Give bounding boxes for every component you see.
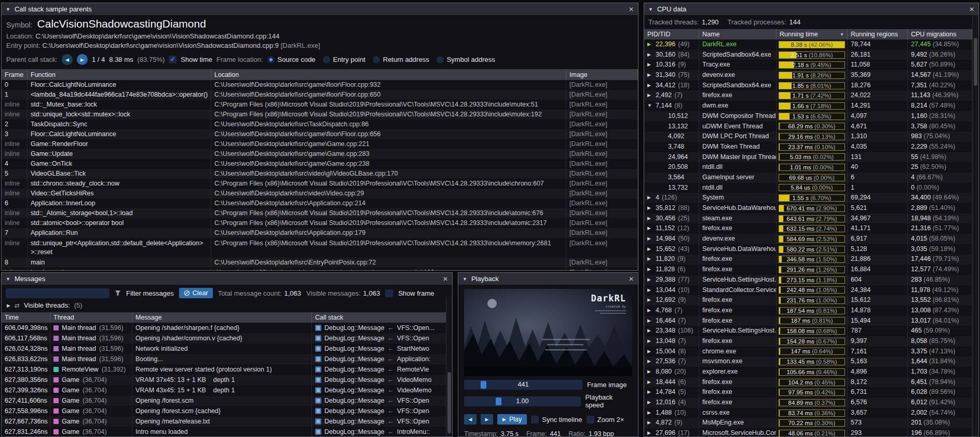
frame-location-option[interactable]: Symbol address bbox=[437, 56, 495, 63]
message-callstack[interactable]: DebugLog::Message ← StartNetwo bbox=[312, 343, 452, 354]
cpu-process-row[interactable]: 10,512 DWM Compositor Thread 1.53 s (6.6… bbox=[644, 111, 972, 122]
cpu-process-row[interactable]: 13,132 uDWM Event Thread 68.29 ms (0.30%… bbox=[644, 122, 972, 132]
cpu-process-row[interactable]: ▶ 4,872 (9) MsMpEng.exe 70.22 ms (0.30%)… bbox=[644, 418, 972, 428]
pid-cell[interactable]: 24,964 bbox=[644, 152, 699, 163]
message-row[interactable]: 606,049,398ns Main thread (31,596) Openi… bbox=[2, 323, 452, 333]
column-header-name[interactable]: Name bbox=[699, 29, 777, 39]
callstack-frame-row[interactable]: 0 Floor::CalcLightNoLuminance C:\Users\w… bbox=[2, 80, 638, 90]
message-callstack[interactable]: DebugLog::Message ← VideoMemo bbox=[312, 375, 452, 385]
close-icon[interactable]: ✕ bbox=[443, 275, 448, 283]
show-time-checkbox[interactable] bbox=[169, 56, 176, 63]
cpu-process-row[interactable]: ▶ 13,044 (10) StandardCollector.Service.… bbox=[644, 285, 972, 296]
expand-icon[interactable]: ▶ bbox=[647, 264, 653, 275]
callstack-frame-row[interactable]: 1 <lambda_84a19dc444fae966ca174e83e708bd… bbox=[2, 90, 638, 100]
pid-cell[interactable]: ▼ 7,144 (8) bbox=[644, 101, 699, 111]
expand-icon[interactable]: ▶ bbox=[647, 326, 653, 336]
column-header-running-time[interactable]: Running time ▼ bbox=[777, 29, 848, 39]
pid-cell[interactable]: ▶ 12,016 (4) bbox=[644, 398, 699, 408]
callstack-frame-row[interactable]: inline std::chrono::steady_clock::now C:… bbox=[2, 179, 638, 189]
show-frame-checkbox[interactable] bbox=[385, 289, 393, 297]
expand-icon[interactable]: ▶ bbox=[647, 428, 653, 436]
cpu-process-row[interactable]: ▶ 11,828 (6) firefox.exe 291.26 ms (1.26… bbox=[644, 264, 972, 275]
expand-icon[interactable]: ▶ bbox=[647, 223, 653, 234]
pid-cell[interactable]: ▶ 11,152 (12) bbox=[644, 223, 699, 234]
cpu-process-row[interactable]: ▶ 23,348 (106) ServiceHub.SettingsHost.e… bbox=[644, 326, 972, 336]
message-row[interactable]: 627,399,326ns Game (36,704) VRAM 43x45: … bbox=[2, 385, 452, 395]
expand-icon[interactable]: ▶ bbox=[647, 367, 653, 377]
cpu-scrollbar[interactable] bbox=[972, 15, 978, 436]
pid-cell[interactable]: ▶ 4,768 (7) bbox=[644, 306, 699, 316]
cpu-process-row[interactable]: ▶ 14,984 (50) devenv.exe 584.69 ms (2.53… bbox=[644, 234, 972, 244]
messages-titlebar[interactable]: ▼ Messages ✕ bbox=[2, 273, 452, 285]
cpu-process-row[interactable]: ▶ 34,412 (18) ScriptedSandbox64.exe 1.85… bbox=[644, 81, 972, 91]
pid-cell[interactable]: ▶ 29,388 (77) bbox=[644, 275, 699, 285]
message-callstack[interactable]: DebugLog::Message ← VFS::Open bbox=[312, 406, 452, 416]
pid-cell[interactable]: ▶ 14,784 (5) bbox=[644, 387, 699, 398]
play-button[interactable]: ▶ Play bbox=[497, 414, 527, 425]
cpu-titlebar[interactable]: ▼ CPU data ✕ bbox=[644, 3, 978, 15]
message-callstack[interactable]: DebugLog::Message ← IntroMenu:: bbox=[312, 427, 452, 436]
expand-icon[interactable]: ▶ bbox=[647, 295, 653, 306]
pid-cell[interactable]: ▶ 13,048 (7) bbox=[644, 336, 699, 347]
message-callstack[interactable]: DebugLog::Message ← VFS::Open... bbox=[312, 323, 452, 333]
callstack-frame-row[interactable]: inline Video::GetTicksHiRes C:\Users\wol… bbox=[2, 189, 638, 198]
message-callstack[interactable]: DebugLog::Message ← Application: bbox=[312, 354, 452, 364]
pid-cell[interactable]: ▶ 27,696 (17) bbox=[644, 428, 699, 436]
expand-icon[interactable]: ▶ bbox=[7, 303, 10, 308]
callstack-frame-row[interactable]: inline invoke_main d:\agent\_work\63\s\s… bbox=[2, 268, 638, 270]
callstack-frame-row[interactable]: inline Game::Update C:\Users\wolf\Deskto… bbox=[2, 149, 638, 159]
cpu-process-row[interactable]: 20,508 ntdll.dll 1.01 ms (0.00%) 40 25 (… bbox=[644, 162, 972, 173]
cpu-process-row[interactable]: ▶ 11,820 (9) firefox.exe 346.58 ms (1.50… bbox=[644, 254, 972, 264]
pid-cell[interactable]: ▶ 23,348 (106) bbox=[644, 326, 699, 336]
message-callstack[interactable]: DebugLog::Message ← VFS::Open bbox=[312, 395, 452, 406]
frame-location-option[interactable]: Return address bbox=[373, 56, 429, 63]
cpu-process-row[interactable]: ▶ 27,696 (17) Microsoft.ServiceHub.Contr… bbox=[644, 428, 972, 436]
cpu-process-row[interactable]: ▶ 31,340 (75) devenv.exe 1.91 s (8.26%) … bbox=[644, 70, 972, 81]
message-callstack[interactable]: DebugLog::Message ← VFS::Open bbox=[312, 416, 452, 427]
cpu-process-row[interactable]: ▶ 4 (126) System 1.55 s (6.70%) 69,294 3… bbox=[644, 193, 972, 203]
expand-icon[interactable]: ▶ bbox=[647, 50, 653, 60]
cpu-process-row[interactable]: ▶ 13,048 (7) firefox.exe 154.28 ms (0.67… bbox=[644, 336, 972, 347]
expand-icon[interactable]: ▶ bbox=[647, 244, 653, 255]
callstack-frame-row[interactable]: 7 Application::Run C:\Users\wolf\Desktop… bbox=[2, 228, 638, 238]
pid-cell[interactable]: ▶ 15,004 (8) bbox=[644, 347, 699, 357]
callstack-frame-row[interactable]: inline std::unique_ptr<Application,std::… bbox=[2, 238, 638, 258]
pid-cell[interactable]: ▶ 30,160 (84) bbox=[644, 50, 699, 60]
pid-cell[interactable]: ▶ 4 (126) bbox=[644, 193, 699, 203]
cpu-process-row[interactable]: ▶ 16,464 (7) firefox.exe 187 ms (0.81%) … bbox=[644, 316, 972, 326]
expand-icon[interactable]: ▶ bbox=[647, 356, 653, 367]
expand-icon[interactable]: ▶ bbox=[647, 214, 653, 224]
cpu-process-row[interactable]: ▶ 8,080 (20) explorer.exe 105.66 ms (0.4… bbox=[644, 367, 972, 377]
message-row[interactable]: 627,667,736ns Game (36,704) Opening /met… bbox=[2, 416, 452, 427]
callstack-frame-row[interactable]: inline std::_Mutex_base::lock C:\Program… bbox=[2, 100, 638, 110]
expand-icon[interactable]: ▶ bbox=[647, 316, 653, 326]
collapse-icon[interactable]: ▼ bbox=[462, 276, 467, 282]
callstack-frame-row[interactable]: 2 TaskDispatch::Sync C:\Users\wolf\Deskt… bbox=[2, 120, 638, 129]
close-icon[interactable]: ✕ bbox=[969, 6, 974, 13]
pid-cell[interactable]: ▶ 14,984 (50) bbox=[644, 234, 699, 244]
prev-parent-button[interactable]: ◀ bbox=[62, 54, 73, 65]
message-row[interactable]: 627,380,356ns Game (36,704) VRAM 37x45: … bbox=[2, 375, 452, 385]
callstack-frame-row[interactable]: 6 Application::InnerLoop C:\Users\wolf\D… bbox=[2, 198, 638, 208]
cpu-process-row[interactable]: ▶ 1,488 (10) csrss.exe 83.74 ms (0.36%) … bbox=[644, 408, 972, 418]
playback-titlebar[interactable]: ▼ Playback ✕ bbox=[458, 273, 638, 285]
expand-icon[interactable]: ▶ bbox=[647, 203, 653, 214]
scrollbar-handle[interactable] bbox=[447, 372, 451, 433]
messages-scrollbar[interactable] bbox=[446, 297, 452, 436]
cpu-process-row[interactable]: ▶ 12,016 (4) firefox.exe 84.89 ms (0.37%… bbox=[644, 398, 972, 408]
prev-frame-button[interactable]: ◀ bbox=[464, 414, 477, 425]
expand-icon[interactable]: ▶ bbox=[647, 387, 653, 398]
sync-timeline-checkbox[interactable] bbox=[531, 416, 539, 423]
pid-cell[interactable]: ▶ 34,412 (18) bbox=[644, 81, 699, 91]
pid-cell[interactable]: ▶ 22,396 (49) bbox=[644, 39, 699, 50]
cpu-process-row[interactable]: 13,732 ntdll.dll 5.84 us (0.00%) 1 0 (0.… bbox=[644, 183, 972, 193]
expand-icon[interactable]: ▶ bbox=[647, 347, 653, 357]
pid-cell[interactable]: ▶ 35,812 (88) bbox=[644, 203, 699, 214]
close-icon[interactable]: ✕ bbox=[629, 6, 634, 13]
pid-cell[interactable]: 4,092 bbox=[644, 131, 699, 142]
column-header-cpu-migrations[interactable]: CPU migrations bbox=[908, 29, 972, 39]
message-row[interactable]: 627,313,190ns RemoteView (31,392) Remote… bbox=[2, 364, 452, 375]
visible-threads-row[interactable]: ▶ ⇄ Visible threads: (5) bbox=[2, 301, 452, 312]
expand-icon[interactable]: ▶ bbox=[647, 306, 653, 316]
callstack-frame-row[interactable]: 8 main C:\Users\wolf\Desktop\darkrl\src\… bbox=[2, 258, 638, 268]
